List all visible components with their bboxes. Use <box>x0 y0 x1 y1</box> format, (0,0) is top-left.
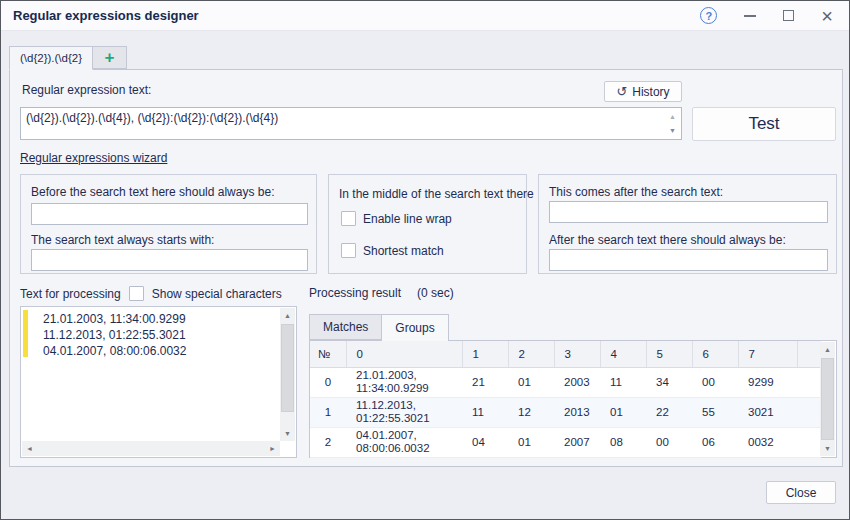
text-processing-label: Text for processing <box>20 287 121 301</box>
shortest-match-row: Shortest match <box>341 243 444 258</box>
before-text-input[interactable] <box>31 203 308 225</box>
regex-designer-window: Regular expressions designer ? × (\d{2})… <box>0 0 850 520</box>
group-cell: 01 <box>508 427 554 457</box>
middle-search-groupbox: In the middle of the search text there E… <box>328 174 527 274</box>
scroll-down-icon[interactable]: ▼ <box>280 426 295 441</box>
match-cell: 11.12.2013, 01:22:55.3021 <box>346 397 462 427</box>
tab-groups[interactable]: Groups <box>382 314 448 341</box>
textbox-vertical-scrollbar[interactable]: ▲ ▼ <box>280 308 295 441</box>
group-cell: 2003 <box>554 367 600 397</box>
scrollbar-thumb[interactable] <box>281 324 294 412</box>
group-cell <box>797 397 821 427</box>
match-cell: 21.01.2003, 11:34:00.9299 <box>346 367 462 397</box>
comes-after-input[interactable] <box>549 201 828 223</box>
line-wrap-row: Enable line wrap <box>341 211 452 226</box>
table-row[interactable]: 021.01.2003, 11:34:00.929921012003113400… <box>310 367 821 397</box>
close-button[interactable]: Close <box>766 481 836 504</box>
text-processing-header: Text for processing Show special charact… <box>20 286 282 301</box>
tab-matches[interactable]: Matches <box>309 314 382 340</box>
column-header[interactable]: 2 <box>508 341 554 367</box>
group-cell: 00 <box>692 367 738 397</box>
group-cell: 06 <box>692 427 738 457</box>
history-button-label: History <box>632 85 669 99</box>
group-cell: 0032 <box>738 427 797 457</box>
comes-after-label: This comes after the search text: <box>549 185 723 199</box>
history-button[interactable]: ↺ History <box>604 81 682 102</box>
history-icon: ↺ <box>616 85 627 98</box>
scroll-down-icon[interactable]: ▼ <box>820 441 835 456</box>
column-header[interactable]: 1 <box>462 341 508 367</box>
line-wrap-label: Enable line wrap <box>363 212 452 226</box>
column-header-filler <box>797 341 821 367</box>
column-header[interactable]: 6 <box>692 341 738 367</box>
shortest-match-checkbox[interactable] <box>341 243 356 258</box>
match-marker-stripe <box>23 310 28 357</box>
after-always-input[interactable] <box>549 249 828 271</box>
group-cell: 3021 <box>738 397 797 427</box>
middle-title-label: In the middle of the search text there <box>339 187 534 201</box>
before-text-label: Before the search text here should alway… <box>31 185 274 199</box>
scroll-left-icon[interactable]: ◄ <box>22 441 37 456</box>
shortest-match-label: Shortest match <box>363 244 444 258</box>
scroll-up-icon[interactable]: ▲ <box>820 342 835 357</box>
column-header[interactable]: № <box>310 341 346 367</box>
starts-with-input[interactable] <box>31 249 308 271</box>
column-header[interactable]: 5 <box>646 341 692 367</box>
help-icon[interactable]: ? <box>700 7 717 24</box>
regex-input[interactable] <box>20 107 682 140</box>
special-chars-label: Show special characters <box>152 287 282 301</box>
column-header[interactable]: 4 <box>600 341 646 367</box>
text-line: 11.12.2013, 01:22:55.3021 <box>43 327 186 343</box>
group-cell: 2007 <box>554 427 600 457</box>
group-cell: 01 <box>600 397 646 427</box>
regex-spinner: ▲ ▼ <box>665 109 680 138</box>
group-cell: 55 <box>692 397 738 427</box>
processing-text-lines: 21.01.2003, 11:34:00.929911.12.2013, 01:… <box>43 311 186 359</box>
minimize-icon[interactable] <box>744 15 756 17</box>
group-cell <box>797 367 821 397</box>
text-line: 21.01.2003, 11:34:00.9299 <box>43 311 186 327</box>
row-index-cell: 1 <box>310 397 346 427</box>
test-button[interactable]: Test <box>692 107 836 141</box>
column-header[interactable]: 0 <box>346 341 462 367</box>
spinner-down-icon[interactable]: ▼ <box>669 127 676 134</box>
table-row[interactable]: 204.01.2007, 08:00:06.003204012007080006… <box>310 427 821 457</box>
add-tab-button[interactable]: + <box>93 46 127 69</box>
window-controls: ? × <box>700 7 849 24</box>
tab-regex-expression[interactable]: (\d{2}).(\d{2} <box>9 46 93 70</box>
textbox-horizontal-scrollbar[interactable]: ◄ ► <box>22 441 280 456</box>
result-tabs: Matches Groups <box>309 314 449 341</box>
group-cell: 22 <box>646 397 692 427</box>
after-search-groupbox: This comes after the search text: After … <box>538 174 837 274</box>
group-cell <box>797 427 821 457</box>
group-cell: 34 <box>646 367 692 397</box>
group-cell: 2013 <box>554 397 600 427</box>
scroll-up-icon[interactable]: ▲ <box>280 308 295 323</box>
group-cell: 01 <box>508 367 554 397</box>
line-wrap-checkbox[interactable] <box>341 211 356 226</box>
starts-with-label: The search text always starts with: <box>31 233 214 247</box>
column-header[interactable]: 7 <box>738 341 797 367</box>
spinner-up-icon[interactable]: ▲ <box>669 113 676 120</box>
scroll-right-icon[interactable]: ► <box>265 441 280 456</box>
table-vertical-scrollbar[interactable]: ▲ ▼ <box>820 342 835 456</box>
before-search-groupbox: Before the search text here should alway… <box>20 174 317 274</box>
close-icon[interactable]: × <box>821 9 833 23</box>
processing-result-header: Processing result (0 sec) <box>309 286 454 300</box>
group-cell: 11 <box>600 367 646 397</box>
text-processing-area[interactable]: 21.01.2003, 11:34:00.929911.12.2013, 01:… <box>20 306 297 458</box>
special-chars-checkbox[interactable] <box>129 286 144 301</box>
column-header[interactable]: 3 <box>554 341 600 367</box>
regex-text-label: Regular expression text: <box>22 83 151 97</box>
scrollbar-thumb[interactable] <box>821 358 834 440</box>
group-cell: 9299 <box>738 367 797 397</box>
window-title: Regular expressions designer <box>1 8 700 23</box>
maximize-icon[interactable] <box>783 10 794 21</box>
group-cell: 00 <box>646 427 692 457</box>
titlebar: Regular expressions designer ? × <box>1 1 849 31</box>
table-row[interactable]: 111.12.2013, 01:22:55.302111122013012255… <box>310 397 821 427</box>
after-always-label: After the search text there should alway… <box>549 233 786 247</box>
group-cell: 11 <box>462 397 508 427</box>
group-cell: 21 <box>462 367 508 397</box>
regex-wizard-link[interactable]: Regular expressions wizard <box>20 151 167 165</box>
